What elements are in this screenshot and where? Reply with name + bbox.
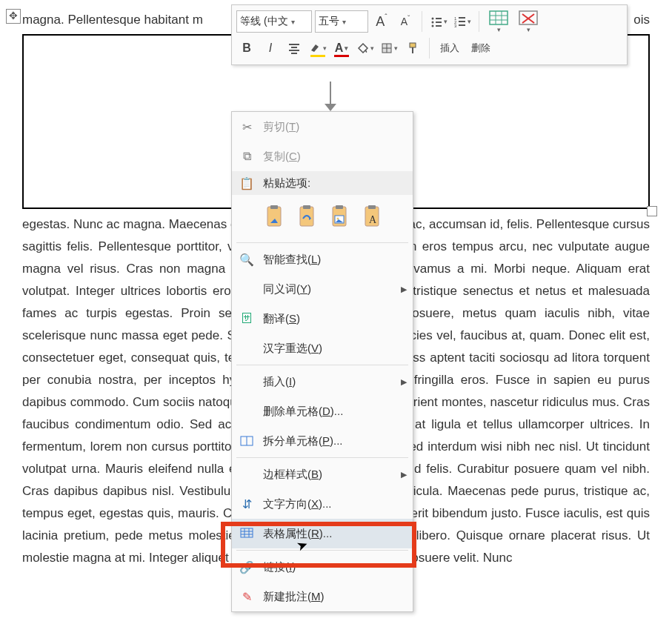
svg-rect-21 (291, 47, 297, 48)
paste-picture-icon[interactable] (328, 204, 350, 230)
scissors-icon: ✂ (238, 120, 256, 134)
menu-table-properties[interactable]: 表格属性(R)... (232, 519, 413, 548)
svg-rect-23 (291, 53, 297, 54)
menu-link[interactable]: 🔗 链接(I) (232, 552, 413, 582)
menu-split-cells[interactable]: 拆分单元格(P)... (232, 426, 413, 456)
paste-keep-source-icon[interactable] (263, 204, 285, 230)
svg-point-0 (431, 18, 433, 20)
svg-rect-5 (436, 25, 442, 27)
menu-translate[interactable]: 🈂 翻译(S) (232, 304, 413, 333)
svg-rect-20 (289, 44, 299, 45)
text-direction-icon: ⇵ (238, 497, 256, 511)
font-name-value: 等线 (中文 (240, 15, 288, 28)
font-size-combo[interactable]: 五号▾ (315, 10, 368, 33)
svg-rect-1 (436, 18, 442, 19)
clipboard-icon: 📋 (238, 176, 256, 190)
svg-rect-29 (267, 207, 281, 226)
font-name-combo[interactable]: 等线 (中文▾ (236, 10, 312, 33)
svg-point-2 (431, 21, 433, 24)
svg-rect-32 (303, 205, 310, 209)
submenu-arrow-icon: ▶ (401, 285, 407, 294)
search-icon: 🔍 (238, 253, 256, 267)
callout-connector-arrow (325, 104, 336, 111)
svg-rect-42 (241, 528, 253, 537)
menu-text-direction[interactable]: ⇵ 文字方向(X)... (232, 489, 413, 519)
svg-rect-28 (412, 47, 413, 53)
align-center-button[interactable] (284, 38, 305, 59)
insert-label[interactable]: 插入 (436, 42, 464, 55)
copy-icon: ⧉ (238, 150, 256, 163)
font-color-button[interactable]: A (331, 38, 352, 59)
table-move-handle[interactable]: ✥ (6, 9, 21, 24)
svg-rect-3 (436, 21, 442, 23)
menu-reconvert[interactable]: 汉字重选(V) (232, 333, 413, 363)
new-comment-icon: ✎ (238, 590, 256, 604)
font-size-value: 五号 (319, 15, 339, 28)
menu-paste-options-header: 📋 粘贴选项: (232, 171, 413, 195)
numbering-button[interactable]: 123 (452, 11, 473, 32)
menu-border-styles[interactable]: 边框样式(B) ▶ (232, 459, 413, 489)
svg-text:3: 3 (454, 24, 457, 27)
svg-rect-22 (289, 50, 299, 51)
split-cells-icon (238, 436, 256, 446)
svg-rect-38 (368, 205, 376, 209)
menu-delete-cells[interactable]: 删除单元格(D)... (232, 396, 413, 426)
context-menu: ✂ 剪切(T) ⧉ 复制(C) 📋 粘贴选项: A 🔍 智能查找(L) 同义词(… (231, 111, 413, 612)
shrink-font-button[interactable]: Aˇ (395, 11, 416, 32)
mini-toolbar: 等线 (中文▾ 五号▾ Aˆ Aˇ 123 ▾ ▾ B I (231, 4, 628, 65)
grow-font-button[interactable]: Aˆ (371, 11, 392, 32)
italic-button[interactable]: I (260, 38, 281, 59)
menu-paste-options: A (232, 195, 413, 241)
menu-copy[interactable]: ⧉ 复制(C) (232, 142, 413, 171)
submenu-arrow-icon: ▶ (401, 377, 407, 387)
bullets-button[interactable] (428, 11, 449, 32)
callout-connector (330, 82, 331, 104)
highlight-button[interactable] (307, 38, 328, 59)
shading-button[interactable] (355, 38, 376, 59)
menu-cut[interactable]: ✂ 剪切(T) (232, 112, 413, 142)
format-painter-button[interactable] (402, 38, 423, 59)
table-properties-icon (238, 528, 256, 540)
borders-button[interactable] (379, 38, 399, 59)
menu-new-comment[interactable]: ✎ 新建批注(M) (232, 582, 413, 611)
paste-text-only-icon[interactable]: A (361, 204, 383, 230)
paste-merge-icon[interactable] (296, 204, 318, 230)
table-delete-split[interactable]: ▾ (515, 8, 542, 35)
svg-rect-30 (270, 205, 278, 209)
svg-rect-34 (336, 205, 343, 209)
text-fragment: ois (633, 9, 650, 31)
text-fragment: magna. Pellentesque habitant m (22, 13, 203, 27)
bold-button[interactable]: B (236, 38, 257, 59)
menu-smart-lookup[interactable]: 🔍 智能查找(L) (232, 245, 413, 274)
svg-point-4 (431, 25, 433, 27)
svg-rect-12 (490, 11, 508, 24)
svg-rect-11 (459, 24, 465, 26)
svg-text:A: A (369, 214, 377, 225)
svg-rect-27 (410, 43, 416, 47)
link-icon: 🔗 (238, 560, 256, 574)
table-resize-handle[interactable] (647, 206, 657, 216)
delete-label[interactable]: 删除 (467, 42, 495, 55)
menu-synonyms[interactable]: 同义词(Y) ▶ (232, 274, 413, 304)
svg-rect-7 (459, 17, 465, 19)
svg-rect-9 (459, 21, 465, 22)
translate-icon: 🈂 (238, 312, 256, 325)
menu-insert[interactable]: 插入(I) ▶ (232, 367, 413, 396)
submenu-arrow-icon: ▶ (401, 470, 407, 479)
table-insert-split[interactable]: ▾ (485, 8, 512, 35)
